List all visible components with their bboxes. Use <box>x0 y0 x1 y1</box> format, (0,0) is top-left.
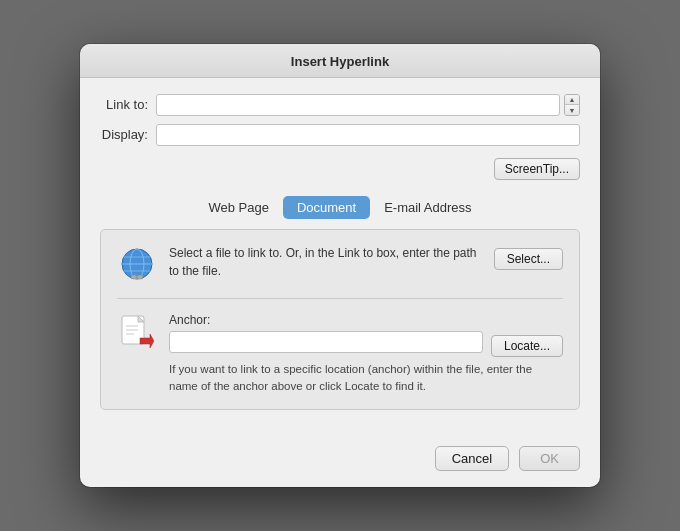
svg-rect-6 <box>137 275 143 279</box>
display-input-wrap <box>156 124 580 146</box>
dialog-title: Insert Hyperlink <box>80 44 600 78</box>
dialog-body: Link to: ▲ ▼ Display: ScreenTip... Web P… <box>80 78 600 439</box>
locate-button[interactable]: Locate... <box>491 335 563 357</box>
file-select-action: Select... <box>494 244 563 270</box>
link-to-label: Link to: <box>100 97 156 112</box>
screentip-button[interactable]: ScreenTip... <box>494 158 580 180</box>
anchor-input-wrap <box>169 331 483 361</box>
insert-hyperlink-dialog: Insert Hyperlink Link to: ▲ ▼ Display: S… <box>80 44 600 488</box>
tabs-row: Web Page Document E-mail Address <box>100 196 580 219</box>
ok-button[interactable]: OK <box>519 446 580 471</box>
anchor-content: Anchor: Locate... If you want to link to… <box>169 313 563 396</box>
stepper-down-btn[interactable]: ▼ <box>565 105 579 115</box>
cancel-button[interactable]: Cancel <box>435 446 509 471</box>
file-select-section: Select a file to link to. Or, in the Lin… <box>117 244 563 299</box>
tab-email[interactable]: E-mail Address <box>370 196 485 219</box>
tab-web-page[interactable]: Web Page <box>194 196 282 219</box>
link-to-row: Link to: ▲ ▼ <box>100 94 580 116</box>
file-select-content: Select a file to link to. Or, in the Lin… <box>169 244 482 280</box>
stepper-up-btn[interactable]: ▲ <box>565 95 579 106</box>
content-panel: Select a file to link to. Or, in the Lin… <box>100 229 580 411</box>
dialog-footer: Cancel OK <box>80 438 600 487</box>
anchor-input-row: Locate... <box>169 331 563 361</box>
select-button[interactable]: Select... <box>494 248 563 270</box>
tab-document[interactable]: Document <box>283 196 370 219</box>
file-select-description: Select a file to link to. Or, in the Lin… <box>169 244 482 280</box>
globe-icon <box>119 246 155 282</box>
svg-rect-5 <box>131 275 137 279</box>
display-row: Display: <box>100 124 580 146</box>
link-to-input[interactable] <box>156 94 560 116</box>
anchor-description: If you want to link to a specific locati… <box>169 361 563 396</box>
document-anchor-icon <box>120 314 154 352</box>
link-to-stepper[interactable]: ▲ ▼ <box>564 94 580 116</box>
anchor-section: Anchor: Locate... If you want to link to… <box>117 313 563 396</box>
display-label: Display: <box>100 127 156 142</box>
doc-icon-wrap <box>117 313 157 353</box>
globe-icon-wrap <box>117 244 157 284</box>
anchor-input[interactable] <box>169 331 483 353</box>
display-input[interactable] <box>156 124 580 146</box>
link-to-input-wrap: ▲ ▼ <box>156 94 580 116</box>
anchor-label: Anchor: <box>169 313 563 327</box>
